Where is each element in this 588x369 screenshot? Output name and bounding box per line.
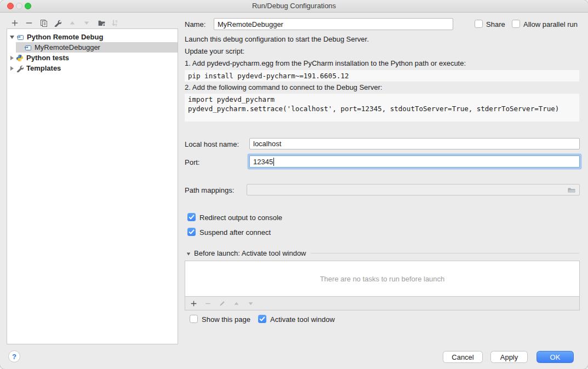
svg-text:z: z: [116, 23, 117, 27]
question-mark-icon: ?: [12, 353, 16, 361]
zoom-window-button[interactable]: [25, 3, 31, 9]
plus-icon: [190, 300, 197, 307]
port-input[interactable]: 12345: [249, 155, 580, 168]
copy-configuration-button[interactable]: [38, 18, 48, 27]
tree-item-label: Python tests: [26, 54, 69, 62]
before-launch-title: Before launch: Activate tool window: [194, 249, 306, 257]
minimize-window-button: [16, 3, 22, 9]
tree-item-label: MyRemoteDebugger: [35, 43, 100, 51]
share-checkbox[interactable]: [475, 20, 483, 28]
edit-task-button: [218, 299, 226, 308]
arrow-down-icon: [248, 301, 254, 307]
ok-button[interactable]: OK: [536, 351, 574, 363]
allow-parallel-run-label[interactable]: Allow parallel run: [523, 20, 578, 28]
svg-text:a: a: [116, 19, 118, 23]
wrench-icon: [54, 19, 61, 27]
path-mappings-input[interactable]: [247, 184, 580, 195]
cancel-button[interactable]: Cancel: [443, 351, 483, 363]
tree-item-templates[interactable]: Templates: [7, 63, 178, 73]
collapsed-arrow-icon[interactable]: [10, 56, 14, 60]
port-label: Port:: [185, 158, 199, 166]
text-cursor: [273, 158, 274, 166]
tree-item-label: Python Remote Debug: [27, 33, 103, 41]
minus-icon: [25, 19, 33, 27]
move-down-button: [82, 18, 92, 27]
checkmark-icon: [258, 315, 266, 323]
expanded-arrow-icon[interactable]: [10, 36, 14, 39]
redirect-output-checkbox[interactable]: [187, 213, 196, 221]
section-divider: [311, 253, 579, 253]
checkmark-icon: [187, 228, 196, 236]
copy-icon: [39, 19, 47, 27]
add-task-button[interactable]: [190, 299, 198, 308]
step1-text: 1. Add pydevd-pycharm.egg from the PyCha…: [185, 59, 466, 67]
activate-tool-window-checkbox[interactable]: [258, 315, 266, 323]
name-input[interactable]: [214, 18, 453, 30]
arrow-up-icon: [233, 301, 239, 307]
suspend-after-connect-checkbox[interactable]: [187, 228, 196, 236]
arrow-up-icon: [69, 20, 76, 26]
collapse-arrow-icon[interactable]: [187, 252, 191, 255]
suspend-after-connect-label[interactable]: Suspend after connect: [199, 228, 271, 237]
run-debug-configurations-dialog: Run/Debug Configurations az Python Remot…: [0, 0, 588, 369]
share-label[interactable]: Share: [486, 20, 505, 28]
edit-templates-button[interactable]: [53, 18, 62, 27]
tree-item-python-tests[interactable]: Python tests: [7, 53, 178, 63]
tree-item-label: Templates: [26, 64, 61, 72]
local-host-name-label: Local host name:: [185, 140, 239, 148]
allow-parallel-run-checkbox[interactable]: [512, 20, 520, 28]
show-this-page-label[interactable]: Show this page: [202, 315, 250, 324]
folder-icon: [567, 186, 576, 194]
sort-configurations-button: az: [110, 18, 120, 27]
tree-item-python-remote-debug[interactable]: Python Remote Debug: [7, 32, 178, 42]
activate-tool-window-label[interactable]: Activate tool window: [270, 315, 335, 324]
new-folder-button[interactable]: [96, 18, 106, 27]
add-configuration-button[interactable]: [10, 18, 20, 27]
step2-text: 2. Add the following command to connect …: [185, 83, 383, 91]
pip-command-snippet: pip install pydevd-pycharm~=191.6605.12: [185, 70, 579, 82]
empty-task-list-text: There are no tasks to run before launch: [320, 275, 445, 283]
path-mappings-label: Path mappings:: [185, 186, 234, 194]
move-task-up-button: [232, 299, 241, 308]
collapsed-arrow-icon[interactable]: [10, 66, 14, 71]
intro-text: Launch this debug configuration to start…: [185, 35, 369, 43]
browse-path-mappings-button[interactable]: [567, 186, 576, 194]
sort-az-icon: az: [111, 19, 119, 27]
folder-add-icon: [98, 19, 106, 27]
pencil-icon: [219, 300, 226, 307]
close-window-button[interactable]: [7, 3, 14, 9]
move-up-button: [67, 18, 77, 27]
before-launch-header[interactable]: Before launch: Activate tool window: [185, 249, 579, 257]
remove-task-button: [204, 299, 212, 308]
configurations-tree: Python Remote Debug MyRemoteDebugger Pyt…: [7, 28, 178, 344]
python-icon: [16, 54, 24, 62]
plus-icon: [11, 19, 19, 27]
titlebar: Run/Debug Configurations: [0, 0, 588, 13]
code-line-1: import pydevd_pycharm: [188, 95, 579, 104]
redirect-output-label[interactable]: Redirect output to console: [199, 214, 282, 222]
before-launch-toolbar: [185, 296, 580, 310]
remote-debug-icon: [24, 44, 32, 51]
remote-debug-icon: [16, 33, 24, 41]
remove-configuration-button[interactable]: [24, 18, 34, 27]
name-label: Name:: [185, 20, 205, 28]
port-value: 12345: [253, 158, 273, 166]
wrench-icon: [16, 65, 24, 72]
help-button[interactable]: ?: [8, 350, 20, 362]
window-title: Run/Debug Configurations: [0, 0, 588, 12]
checkmark-icon: [187, 213, 196, 221]
local-host-name-input[interactable]: [249, 138, 580, 149]
apply-button[interactable]: Apply: [490, 351, 528, 363]
code-line-2: pydevd_pycharm.settrace('localhost', por…: [188, 104, 579, 113]
move-task-down-button: [247, 299, 255, 308]
minus-icon: [204, 300, 212, 307]
show-this-page-checkbox[interactable]: [190, 315, 198, 323]
update-script-text: Update your script:: [185, 47, 244, 55]
settrace-code-snippet: import pydevd_pycharmpydevd_pycharm.sett…: [185, 94, 579, 122]
tree-item-myremotedebugger[interactable]: MyRemoteDebugger: [7, 42, 178, 53]
arrow-down-icon: [83, 20, 90, 26]
before-launch-task-list: There are no tasks to run before launch: [185, 261, 580, 297]
